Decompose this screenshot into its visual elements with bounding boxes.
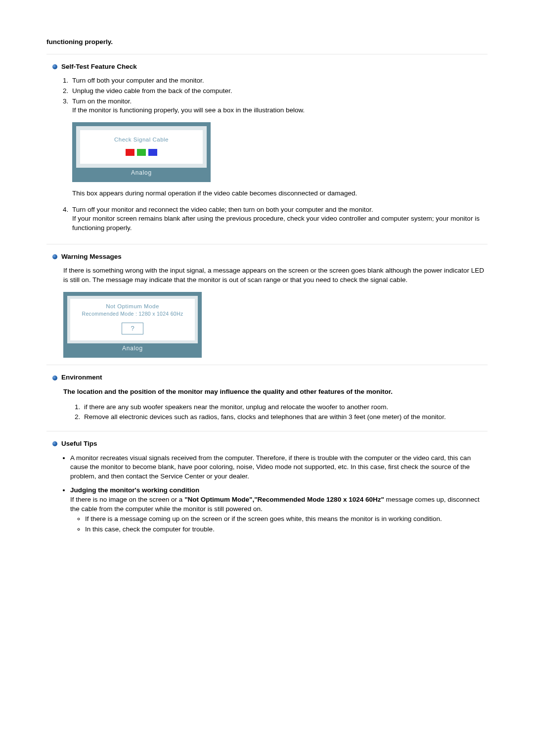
divider [46, 431, 488, 431]
heading-text: Environment [61, 373, 102, 382]
color-square-green [137, 149, 146, 156]
divider [46, 54, 488, 54]
heading-self-test: Self-Test Feature Check [52, 62, 488, 72]
list-item: A monitor recreates visual signals recei… [70, 454, 488, 481]
color-square-red [126, 149, 134, 156]
divider [46, 244, 488, 244]
rgb-indicators [80, 146, 203, 164]
list-item: Turn off both your computer and the moni… [70, 76, 488, 86]
divider [46, 365, 488, 365]
bullet-icon [52, 441, 57, 446]
heading-text: Self-Test Feature Check [61, 62, 137, 72]
box-line2: Recommended Mode : 1280 x 1024 60Hz [70, 310, 195, 319]
bullet-icon [52, 64, 57, 69]
box-footer: Analog [76, 168, 207, 179]
heading-text: Useful Tips [61, 439, 97, 449]
box-inner: Not Optimum Mode Recommended Mode : 1280… [67, 296, 198, 343]
heading-environment: Environment [52, 373, 488, 382]
step-text: This box appears during normal operation… [72, 189, 488, 198]
box-text: Check Signal Cable [80, 130, 203, 146]
heading-useful-tips: Useful Tips [52, 439, 488, 449]
list-item: In this case, check the computer for tro… [85, 525, 488, 534]
bullet-icon [52, 376, 57, 380]
list-item: If there is a message coming up on the s… [85, 515, 488, 524]
list-item: Remove all electronic devices such as ra… [82, 413, 488, 422]
environment-list: if there are any sub woofer speakers nea… [46, 403, 488, 422]
question-mark-box: ? [122, 323, 143, 334]
list-item: Turn on the monitor. If the monitor is f… [70, 97, 488, 198]
color-square-blue [148, 149, 157, 156]
step-text: If the monitor is functioning properly, … [72, 106, 488, 115]
heading-warning-messages: Warning Messages [52, 252, 488, 262]
box-footer: Analog [67, 343, 198, 354]
self-test-steps: Turn off both your computer and the moni… [46, 76, 488, 233]
tip-bold-text: "Not Optimum Mode","Recommended Mode 128… [184, 496, 384, 503]
check-signal-box: Check Signal Cable Analog [72, 122, 211, 182]
step-text: If your monitor screen remains blank aft… [72, 214, 488, 233]
bullet-icon [52, 254, 57, 259]
not-optimum-box: Not Optimum Mode Recommended Mode : 1280… [63, 292, 202, 358]
list-item: Judging the monitor's working condition … [70, 486, 488, 534]
tip-subtitle: Judging the monitor's working condition [70, 486, 199, 494]
warning-body: If there is something wrong with the inp… [46, 266, 488, 284]
list-item: Turn off your monitor and reconnect the … [70, 205, 488, 233]
step-text: Turn on the monitor. [72, 97, 488, 106]
tip-sublist: If there is a message coming up on the s… [70, 515, 488, 534]
useful-tips-list: A monitor recreates visual signals recei… [46, 454, 488, 534]
box-inner: Check Signal Cable [76, 126, 207, 168]
heading-text: Warning Messages [61, 252, 122, 262]
list-item: Unplug the video cable from the back of … [70, 87, 488, 96]
box-line1: Not Optimum Mode [70, 299, 195, 311]
list-item: if there are any sub woofer speakers nea… [82, 403, 488, 412]
environment-intro: The location and the position of the mon… [46, 387, 488, 397]
intro-line: functioning properly. [46, 38, 488, 47]
tip-text: If there is no image on the screen or a [70, 496, 184, 503]
step-text: Turn off your monitor and reconnect the … [72, 205, 488, 215]
